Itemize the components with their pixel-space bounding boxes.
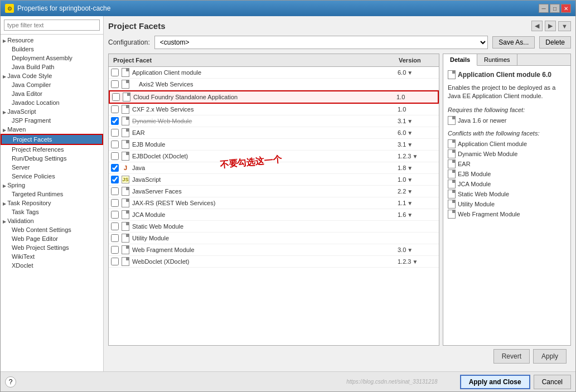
search-input[interactable] [4,20,100,31]
sidebar-item-project-references[interactable]: Project References [1,145,103,154]
delete-button[interactable]: Delete [539,36,571,49]
facet-checkbox-js[interactable] [111,176,119,183]
tab-runtimes[interactable]: Runtimes [477,54,517,65]
details-tabs: Details Runtimes [443,54,570,66]
facet-name-ear: EAR [132,129,398,136]
version-dropdown-dw[interactable]: ▼ [407,118,413,124]
tab-details[interactable]: Details [443,54,477,66]
sidebar-item-task-repository[interactable]: Task Repository [1,199,103,207]
revert-button[interactable]: Revert [493,349,530,364]
sidebar-item-service-policies[interactable]: Service Policies [1,172,103,181]
forward-button[interactable]: ▶ [545,21,556,31]
version-dropdown-ear[interactable]: ▼ [407,130,413,136]
sidebar-item-validation[interactable]: Validation [1,216,103,225]
save-as-button[interactable]: Save As... [492,36,535,49]
sidebar-item-web-page-editor[interactable]: Web Page Editor [1,234,103,243]
sidebar-item-project-facets[interactable]: Project Facets [1,134,103,145]
facet-checkbox-jca[interactable] [111,211,119,219]
facet-version-dynamic-web: 3.1 ▼ [398,118,437,124]
help-button[interactable]: ? [5,376,16,388]
facet-checkbox-dynamic-web[interactable] [111,117,119,125]
table-row: JCA Module 1.6 ▼ [109,209,439,221]
facet-name-java: Java [132,164,398,171]
sidebar-item-java-code-style[interactable]: Java Code Style [1,71,103,80]
facet-checkbox-utility[interactable] [111,234,119,242]
sidebar-item-server[interactable]: Server [1,163,103,172]
version-dropdown-jsf[interactable]: ▼ [407,188,413,195]
sidebar-item-java-build-path[interactable]: Java Build Path [1,62,103,71]
sidebar-item-javadoc[interactable]: Javadoc Location [1,98,103,107]
sidebar-item-run-debug[interactable]: Run/Debug Settings [1,154,103,163]
facet-checkbox-jax-rs[interactable] [111,199,119,207]
facet-checkbox-ear[interactable] [111,129,119,137]
page-icon-ear [121,128,130,137]
table-body: Application Client module 6.0 ▼ Axis2 We… [109,67,439,345]
facet-checkbox-jsf[interactable] [111,187,119,195]
sidebar-item-web-project[interactable]: Web Project Settings [1,243,103,252]
sidebar-item-xdoclet[interactable]: XDoclet [1,261,103,270]
facet-version-ear: 6.0 ▼ [398,129,437,136]
sidebar-item-jsp-fragment[interactable]: JSP Fragment [1,116,103,125]
sidebar-item-spring[interactable]: Spring [1,181,103,190]
facet-checkbox-cxf[interactable] [111,105,119,113]
cancel-button[interactable]: Cancel [534,375,571,389]
sidebar-item-builders[interactable]: Builders [1,45,103,54]
table-row: Utility Module [109,233,439,244]
facet-checkbox-java[interactable] [111,164,119,172]
sidebar-item-maven[interactable]: Maven [1,125,103,134]
version-dropdown-web-fragment[interactable]: ▼ [407,247,413,253]
facet-checkbox-static-web[interactable] [111,222,119,230]
version-dropdown-jax-rs[interactable]: ▼ [407,200,413,206]
configuration-select[interactable]: <custom> [154,36,488,49]
details-conflict-1: Dynamic Web Module [448,149,566,159]
version-dropdown-js[interactable]: ▼ [407,177,413,183]
sidebar-item-web-content[interactable]: Web Content Settings [1,225,103,234]
facet-name-webdoclet: WebDoclet (XDoclet) [132,258,398,265]
facet-name-static-web: Static Web Module [132,223,398,230]
close-button[interactable]: ✕ [561,4,571,13]
sidebar-item-resource[interactable]: Resource [1,36,103,45]
apply-button[interactable]: Apply [533,349,567,364]
facet-name-jax-rs: JAX-RS (REST Web Services) [132,200,398,206]
version-dropdown-webdoclet[interactable]: ▼ [412,259,418,265]
sidebar-item-wikitext[interactable]: WikiText [1,252,103,261]
apply-close-button[interactable]: Apply and Close [460,375,530,389]
facet-checkbox-cloud-foundry[interactable] [112,93,120,101]
table-row: WebDoclet (XDoclet) 1.2.3 ▼ [109,256,439,268]
page-icon-dynamic-web [121,117,130,125]
sidebar-item-java-compiler[interactable]: Java Compiler [1,80,103,89]
sidebar-item-javascript[interactable]: JavaScript [1,107,103,116]
version-dropdown-ejbdoclet[interactable]: ▼ [412,153,418,159]
sidebar-item-deployment-assembly[interactable]: Deployment Assembly [1,54,103,62]
config-label: Configuration: [108,38,150,46]
facet-version-app-client: 6.0 ▼ [398,69,437,76]
table-row: Dynamic Web Module 3.1 ▼ [109,115,439,127]
dropdown-nav-button[interactable]: ▼ [558,21,571,31]
version-dropdown-jca[interactable]: ▼ [407,212,413,218]
sidebar-item-targeted-runtimes[interactable]: Targeted Runtimes [1,190,103,199]
facets-area: Project Facet Version Application Client… [108,54,571,346]
details-module-icon [448,70,456,79]
search-box [1,16,103,35]
maximize-button[interactable]: □ [550,4,560,13]
facet-version-jsf: 2.2 ▼ [398,188,437,195]
facet-checkbox-web-fragment[interactable] [111,246,119,254]
conflict-icon-3 [448,170,456,178]
table-row: JS JavaScript 1.0 ▼ [109,174,439,186]
facet-checkbox-ejbdoclet[interactable] [111,152,119,160]
facet-checkbox-webdoclet[interactable] [111,258,119,265]
facet-checkbox-ejb[interactable] [111,141,119,148]
facet-checkbox-axis2[interactable] [111,80,119,88]
facet-name-cloud-foundry: Cloud Foundry Standalone Application [133,94,396,100]
minimize-button[interactable]: ─ [539,4,549,13]
sidebar-item-task-tags[interactable]: Task Tags [1,207,103,216]
sidebar-item-java-editor[interactable]: Java Editor [1,89,103,98]
version-dropdown-app-client[interactable]: ▼ [407,70,413,76]
version-dropdown-ejb[interactable]: ▼ [407,142,413,148]
conflict-icon-6 [448,200,456,208]
facet-checkbox-app-client[interactable] [111,69,119,76]
page-icon-jca [121,210,130,219]
version-dropdown-java[interactable]: ▼ [407,165,413,171]
details-panel: Details Runtimes Application Client modu… [443,54,571,346]
back-button[interactable]: ◀ [531,21,543,31]
